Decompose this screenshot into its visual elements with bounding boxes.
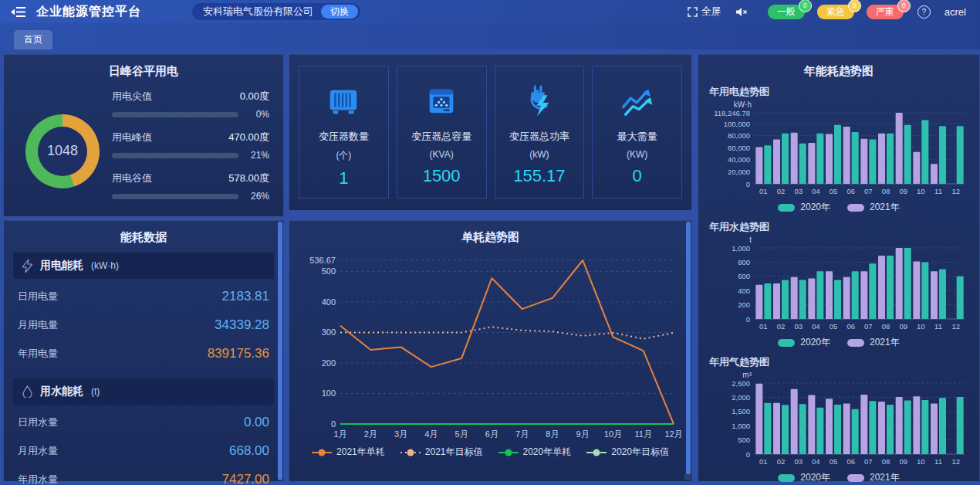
svg-text:11: 11 [934, 457, 942, 466]
stat-value: 1 [339, 168, 348, 188]
dashboard-page: 企业能源管控平台 安科瑞电气股份有限公司 切换 全屏 一般 [0, 0, 980, 485]
legend-item[interactable]: 2021年 [847, 336, 900, 349]
help-icon[interactable]: ? [917, 5, 931, 19]
legend-item[interactable]: 2021年 [847, 471, 900, 484]
section-unit: (kW·h) [91, 260, 119, 271]
legend-label: 2020年 [800, 201, 830, 214]
panel-daily-peak-valley: 日峰谷平用电 1048 用电尖值 0.00度 0% [3, 54, 284, 217]
row-value: 0.00 [244, 415, 269, 430]
row-label: 用电尖值 [112, 90, 152, 103]
app-title: 企业能源管控平台 [36, 4, 141, 20]
water-rows: 日用水量 0.00 月用水量 668.00 年用水量 7427.00 [4, 405, 283, 485]
legend-item[interactable]: 2021年单耗 [312, 446, 385, 459]
svg-text:3月: 3月 [394, 429, 407, 439]
legend-item[interactable]: 2020年目标值 [586, 446, 669, 459]
legend-swatch [847, 339, 864, 347]
svg-text:600: 600 [738, 272, 750, 280]
legend-label: 2020年 [800, 336, 830, 349]
year-electric-bar-chart: kW·h118,246.78100,00080,00060,00040,0002… [701, 99, 977, 201]
mute-button[interactable] [735, 7, 748, 17]
stat-card-transformer-count: 变压器数量 (个) 1 [299, 66, 389, 198]
panel-title: 能耗数据 [4, 221, 283, 245]
stat-card-transformer-power: 变压器总功率 (kW) 155.17 [495, 66, 585, 198]
row-label: 年用水量 [18, 473, 58, 485]
progress-track [112, 194, 238, 199]
company-selector[interactable]: 安科瑞电气股份有限公司 切换 [192, 3, 360, 20]
legend-item[interactable]: 2021年目标值 [400, 446, 483, 459]
legend-item[interactable]: 2020年 [778, 336, 830, 349]
svg-text:40,000: 40,000 [728, 155, 750, 164]
svg-text:500: 500 [738, 436, 750, 444]
row-value: 34339.28 [215, 317, 269, 333]
svg-text:10: 10 [917, 322, 925, 331]
legend-label: 2021年 [870, 201, 900, 214]
chart-title: 年用水趋势图 [698, 214, 979, 234]
legend-item[interactable]: 2021年 [847, 201, 900, 214]
alarm-normal-button[interactable]: 一般 0 [768, 5, 805, 19]
panel-energy-data: 能耗数据 用电能耗 (kW·h) 日用电量 2183.81 月用电量 34339… [3, 220, 284, 482]
stat-card-max-demand: 最大需量 (KW) 0 [592, 66, 682, 198]
electric-section-header: 用电能耗 (kW·h) [13, 253, 274, 279]
svg-text:01: 01 [759, 187, 768, 195]
row-label: 月用水量 [18, 444, 58, 458]
svg-text:04: 04 [812, 457, 820, 466]
unit-consumption-line-chart: 536.6750040030020010001月2月3月4月5月6月7月8月9月… [296, 246, 685, 443]
svg-text:08: 08 [882, 322, 890, 331]
data-row: 年用水量 7427.00 [13, 465, 274, 485]
tab-home[interactable]: 首页 [14, 30, 52, 49]
legend-item[interactable]: 2020年 [778, 201, 830, 214]
legend-item[interactable]: 2020年单耗 [498, 446, 572, 459]
scrollbar-corner [684, 474, 691, 480]
alarm-urgent-button[interactable]: 紧急 0 [817, 5, 854, 19]
legend-marker [312, 449, 332, 456]
legend-swatch [847, 474, 864, 482]
company-name: 安科瑞电气股份有限公司 [203, 5, 313, 19]
svg-text:1,000: 1,000 [732, 422, 750, 430]
row-value: 2183.81 [222, 289, 269, 304]
svg-text:09: 09 [899, 457, 907, 466]
panel-scrollbar[interactable] [686, 222, 691, 480]
svg-text:300: 300 [322, 327, 336, 337]
svg-text:06: 06 [847, 457, 855, 466]
svg-text:2,000: 2,000 [732, 393, 750, 402]
row-percent: 0% [245, 109, 269, 120]
plug-lightning-icon [522, 83, 557, 119]
svg-text:80,000: 80,000 [728, 131, 750, 140]
panel-transformer-stats: 变压器数量 (个) 1 变压器总容量 (KVA) [289, 54, 692, 211]
svg-text:11: 11 [934, 187, 942, 195]
data-row: 月用水量 668.00 [13, 436, 274, 465]
svg-text:03: 03 [794, 187, 803, 195]
section-name: 用电能耗 [40, 259, 83, 273]
switch-company-button[interactable]: 切换 [321, 5, 358, 19]
alarm-urgent-label: 紧急 [826, 5, 845, 19]
progress-track [112, 112, 238, 117]
legend-marker [586, 449, 607, 456]
menu-toggle-icon[interactable] [11, 6, 25, 18]
stat-cards: 变压器数量 (个) 1 变压器总容量 (KVA) [289, 55, 691, 198]
legend-swatch [778, 339, 795, 347]
legend-marker [400, 449, 421, 456]
svg-text:09: 09 [899, 322, 907, 331]
legend-label: 2020年单耗 [523, 446, 572, 459]
panel-yearly-energy-trend: 年能耗趋势图 年用电趋势图 kW·h118,246.78100,00080,00… [698, 54, 980, 482]
legend-item[interactable]: 2020年 [778, 471, 830, 484]
svg-text:02: 02 [777, 457, 786, 466]
svg-text:0: 0 [746, 180, 750, 188]
alarm-severe-button[interactable]: 严重 0 [867, 5, 904, 19]
stat-label: 变压器总容量 [411, 130, 471, 144]
fullscreen-button[interactable]: 全屏 [688, 5, 721, 19]
svg-text:20,000: 20,000 [728, 168, 750, 176]
year-water-bar-chart: t1,0008006004002000010203040506070809101… [701, 234, 977, 336]
svg-text:03: 03 [794, 322, 803, 331]
donut-wrap: 1048 [13, 86, 112, 202]
svg-text:07: 07 [864, 457, 873, 466]
legend-label: 2021年 [870, 336, 900, 349]
row-label: 日用水量 [18, 415, 58, 429]
trend-arrows-icon [620, 83, 655, 119]
svg-text:02: 02 [777, 187, 786, 195]
peak-valley-row: 用电谷值 578.00度 26% [112, 171, 269, 202]
svg-text:200: 200 [738, 300, 750, 309]
panel-scrollbar[interactable] [278, 222, 282, 480]
svg-text:06: 06 [847, 187, 855, 195]
stat-unit: (kW) [529, 149, 549, 160]
